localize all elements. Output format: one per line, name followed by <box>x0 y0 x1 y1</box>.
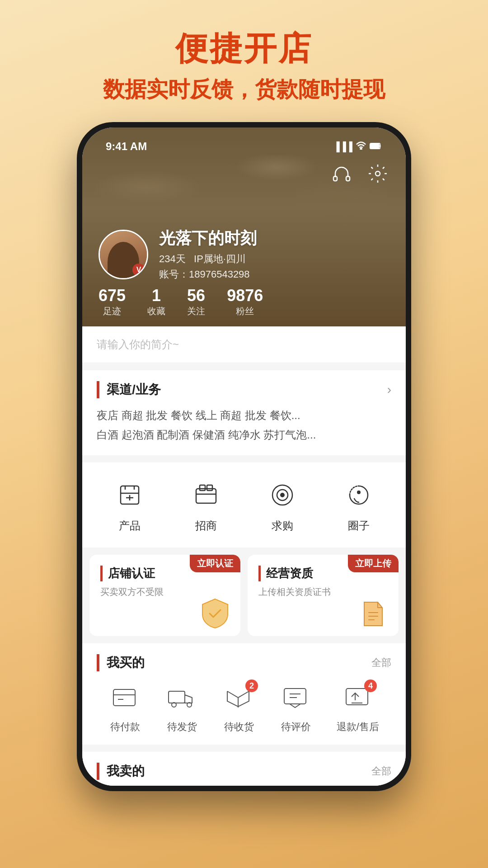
store-cert-card: 立即认证 店铺认证 买卖双方不受限 <box>89 555 240 636</box>
svg-rect-19 <box>346 689 368 705</box>
recruit-icon <box>188 477 224 513</box>
purchase-item-1[interactable]: 待发货 <box>166 682 198 734</box>
pay-icon-wrap <box>109 682 141 715</box>
quick-action-circle[interactable]: 圈子 <box>341 477 377 533</box>
stat-footprint[interactable]: 675 足迹 <box>99 286 126 317</box>
wifi-icon <box>356 142 366 152</box>
purchase-item-3[interactable]: 待评价 <box>280 682 312 734</box>
svg-rect-2 <box>371 144 379 148</box>
svg-point-12 <box>281 493 284 497</box>
profile-stats: 675 足迹 1 收藏 56 关注 9876 粉丝 <box>99 286 389 317</box>
settings-icon[interactable] <box>366 162 389 185</box>
recruit-label: 招商 <box>195 519 217 533</box>
profile-account: 账号：18976543298 <box>159 268 389 281</box>
purchase-item-0[interactable]: 待付款 <box>109 682 141 734</box>
bio-placeholder[interactable]: 请输入你的简介~ <box>97 338 179 350</box>
purchases-all[interactable]: 全部 <box>371 656 391 670</box>
svg-rect-9 <box>207 485 212 491</box>
status-icons: ▐▐▐ <box>333 142 382 152</box>
svg-rect-7 <box>196 489 216 503</box>
purchase-label-0: 待付款 <box>110 720 140 734</box>
status-bar: 9:41 AM ▐▐▐ <box>88 133 400 156</box>
svg-rect-8 <box>200 485 205 491</box>
svg-rect-14 <box>113 689 135 706</box>
main-title: 便捷开店 <box>103 27 385 71</box>
badge-refund: 4 <box>364 679 377 692</box>
stat-fans[interactable]: 9876 粉丝 <box>227 286 263 317</box>
quick-actions: 产品 招商 求购 <box>82 462 406 547</box>
purchases-title: 我买的 <box>97 654 145 671</box>
channel-tags: 夜店 商超 批发 餐饮 线上 商超 批发 餐饮... 白酒 起泡酒 配制酒 保健… <box>97 406 391 444</box>
channel-title: 渠道/业务 <box>97 381 161 398</box>
main-subtitle: 数据实时反馈，货款随时提现 <box>103 75 385 104</box>
vip-badge: V <box>132 264 145 276</box>
stat-collect[interactable]: 1 收藏 <box>147 286 165 317</box>
sales-title: 我卖的 <box>97 763 145 780</box>
bio-section: 请输入你的简介~ <box>82 326 406 363</box>
badge-receive: 2 <box>245 679 258 692</box>
quick-action-purchase[interactable]: 求购 <box>264 477 300 533</box>
svg-point-13 <box>357 491 360 494</box>
phone-frame: 9:41 AM ▐▐▐ <box>77 122 411 791</box>
profile-name: 光落下的时刻 <box>159 227 389 250</box>
review-icon-wrap <box>280 682 312 715</box>
business-cert-badge[interactable]: 立即上传 <box>348 555 399 572</box>
my-sales: 我卖的 全部 1 <box>82 752 406 786</box>
profile-text: 光落下的时刻 234天 IP属地·四川 账号：18976543298 <box>159 227 389 281</box>
cert-shield-icon <box>197 595 233 632</box>
page-headline: 便捷开店 数据实时反馈，货款随时提现 <box>85 0 403 122</box>
product-icon <box>112 477 148 513</box>
profile-row: V 光落下的时刻 234天 IP属地·四川 账号：18976543298 <box>99 227 389 281</box>
stat-follow[interactable]: 56 关注 <box>187 286 205 317</box>
header-icons <box>330 162 389 185</box>
business-cert-card: 立即上传 经营资质 上传相关资质证书 <box>248 555 399 636</box>
status-time: 9:41 AM <box>106 140 147 153</box>
purchase-label-4: 退款/售后 <box>337 720 379 734</box>
profile-header: 9:41 AM ▐▐▐ <box>82 127 406 326</box>
avatar: V <box>99 230 148 279</box>
profile-info: V 光落下的时刻 234天 IP属地·四川 账号：18976543298 <box>99 227 389 281</box>
purchases-icons: 待付款 待发货 <box>97 682 391 734</box>
sales-header: 我卖的 全部 <box>97 763 391 780</box>
sales-all[interactable]: 全部 <box>371 764 391 778</box>
svg-rect-15 <box>169 691 185 703</box>
my-purchases: 我买的 全部 <box>82 643 406 745</box>
quick-action-recruit[interactable]: 招商 <box>188 477 224 533</box>
battery-icon <box>370 142 382 152</box>
circle-label: 圈子 <box>348 519 370 533</box>
product-label: 产品 <box>119 519 141 533</box>
phone-screen: 9:41 AM ▐▐▐ <box>82 127 406 786</box>
purchase-label-3: 待评价 <box>281 720 311 734</box>
purchase-label: 求购 <box>272 519 293 533</box>
cert-section: 立即认证 店铺认证 买卖双方不受限 <box>82 555 406 636</box>
svg-point-0 <box>361 148 362 150</box>
store-cert-badge[interactable]: 立即认证 <box>190 555 240 572</box>
svg-point-5 <box>375 171 380 176</box>
purchase-icon <box>264 477 300 513</box>
receive-icon-wrap: 2 <box>223 682 255 715</box>
signal-icon: ▐▐▐ <box>333 142 352 152</box>
purchase-label-2: 待收货 <box>224 720 254 734</box>
svg-rect-18 <box>284 689 306 704</box>
purchases-header: 我买的 全部 <box>97 654 391 671</box>
headset-icon[interactable] <box>330 162 353 185</box>
channel-header: 渠道/业务 › <box>97 381 391 398</box>
purchase-label-1: 待发货 <box>167 720 197 734</box>
circle-icon <box>341 477 377 513</box>
purchase-item-2[interactable]: 2 待收货 <box>223 682 255 734</box>
ship-icon-wrap <box>166 682 198 715</box>
refund-icon-wrap: 4 <box>342 682 374 715</box>
channel-section: 渠道/业务 › 夜店 商超 批发 餐饮 线上 商超 批发 餐饮... 白酒 起泡… <box>82 370 406 455</box>
channel-arrow[interactable]: › <box>387 382 391 397</box>
profile-meta: 234天 IP属地·四川 <box>159 252 389 266</box>
purchase-item-4[interactable]: 4 退款/售后 <box>337 682 379 734</box>
content-area: 请输入你的简介~ 渠道/业务 › 夜店 商超 批发 餐饮 线上 商超 批发 餐饮… <box>82 326 406 786</box>
cert-doc-icon <box>355 595 391 632</box>
quick-action-product[interactable]: 产品 <box>112 477 148 533</box>
